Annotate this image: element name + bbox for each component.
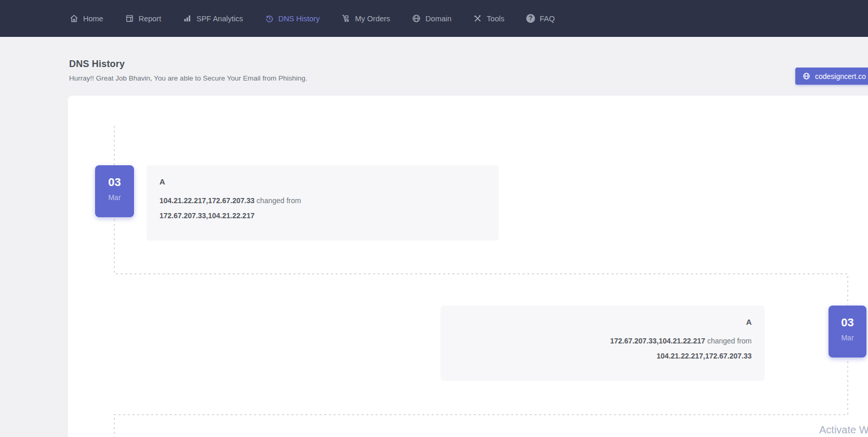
date-day: 03 xyxy=(841,316,853,329)
domain-select-button[interactable]: codesigncert.co xyxy=(795,68,868,85)
record-change-line: 104.21.22.217,172.67.207.33 changed from xyxy=(159,193,486,208)
old-value: 104.21.22.217,172.67.207.33 xyxy=(657,352,752,360)
record-type: A xyxy=(159,177,486,186)
orders-icon xyxy=(341,14,350,23)
dns-record-card: A 172.67.207.33,104.21.22.217 changed fr… xyxy=(440,306,765,381)
new-value: 172.67.207.33,104.21.22.217 xyxy=(610,337,705,345)
content-panel xyxy=(68,96,868,437)
home-icon xyxy=(70,14,78,23)
timeline-date-badge: 03 Mar xyxy=(829,306,866,357)
domain-button-label: codesigncert.co xyxy=(815,72,866,81)
record-old-line: 104.21.22.217,172.67.207.33 xyxy=(453,349,752,364)
nav-item-label: FAQ xyxy=(540,15,555,23)
nav-item-dns-history[interactable]: DNS History xyxy=(265,14,320,23)
change-text: changed from xyxy=(705,337,752,345)
page-title: DNS History xyxy=(69,59,125,70)
nav-item-spf-analytics[interactable]: SPF Analytics xyxy=(183,14,243,23)
date-day: 03 xyxy=(108,176,121,189)
analytics-icon xyxy=(183,14,192,23)
nav-item-label: Home xyxy=(83,15,103,23)
dns-record-card: A 104.21.22.217,172.67.207.33 changed fr… xyxy=(146,165,499,241)
history-icon xyxy=(265,14,274,23)
nav-item-label: Domain xyxy=(425,15,451,23)
record-old-line: 172.67.207.33,104.21.22.217 xyxy=(159,208,486,223)
nav-item-report[interactable]: Report xyxy=(125,14,162,23)
question-icon: ? xyxy=(526,14,535,23)
date-month: Mar xyxy=(108,193,121,202)
nav-item-domain[interactable]: Domain xyxy=(412,14,451,23)
page-subtitle: Hurray!! Great Job Bhavin, You are able … xyxy=(69,74,308,82)
old-value: 172.67.207.33,104.21.22.217 xyxy=(159,211,255,220)
nav-item-my-orders[interactable]: My Orders xyxy=(341,14,390,23)
nav-item-label: My Orders xyxy=(355,15,390,23)
new-value: 104.21.22.217,172.67.207.33 xyxy=(159,196,255,205)
tools-icon xyxy=(473,14,482,23)
top-navbar: Home Report SPF Analytics DNS History My… xyxy=(0,0,868,37)
report-icon xyxy=(125,14,134,23)
globe-icon xyxy=(412,14,421,23)
nav-item-tools[interactable]: Tools xyxy=(473,14,504,23)
nav-item-home[interactable]: Home xyxy=(70,14,103,23)
nav-item-faq[interactable]: ? FAQ xyxy=(526,14,555,23)
nav-item-label: Report xyxy=(139,15,162,23)
timeline-date-badge: 03 Mar xyxy=(95,165,134,217)
change-text: changed from xyxy=(255,196,301,205)
date-month: Mar xyxy=(841,334,853,342)
record-change-line: 172.67.207.33,104.21.22.217 changed from xyxy=(453,334,752,349)
nav-item-label: SPF Analytics xyxy=(196,15,243,23)
record-type: A xyxy=(453,317,752,326)
nav-item-label: DNS History xyxy=(278,15,320,23)
activate-windows-watermark: Activate Wi xyxy=(819,424,868,436)
globe-icon xyxy=(803,72,810,80)
nav-item-label: Tools xyxy=(487,15,504,23)
